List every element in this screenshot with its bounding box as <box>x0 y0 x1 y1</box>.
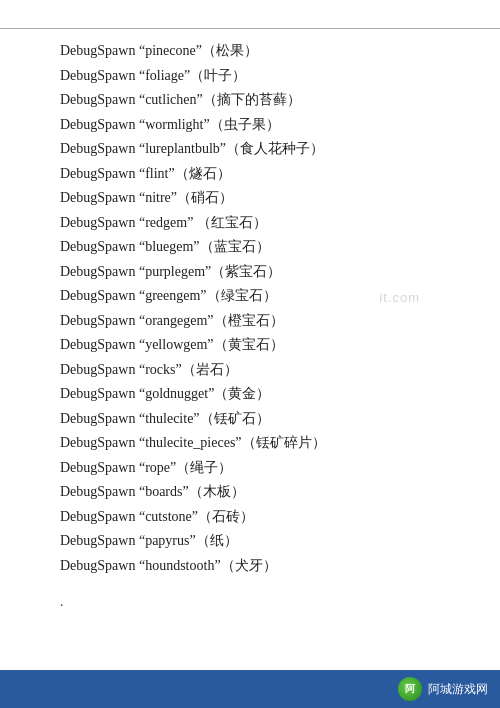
list-item: DebugSpawn “lureplantbulb”（食人花种子） <box>60 137 440 162</box>
list-item: DebugSpawn “bluegem”（蓝宝石） <box>60 235 440 260</box>
list-item: DebugSpawn “wormlight”（虫子果） <box>60 113 440 138</box>
list-item: DebugSpawn “foliage”（叶子） <box>60 64 440 89</box>
list-item: DebugSpawn “thulecite”（铥矿石） <box>60 407 440 432</box>
logo-icon: 阿 <box>398 677 422 701</box>
dot-line: . <box>0 594 500 610</box>
list-item: DebugSpawn “yellowgem”（黄宝石） <box>60 333 440 358</box>
bottom-bar: 阿 阿城游戏网 <box>0 670 500 708</box>
list-item: DebugSpawn “cutstone”（石砖） <box>60 505 440 530</box>
list-item: DebugSpawn “rocks”（岩石） <box>60 358 440 383</box>
list-item: DebugSpawn “nitre”（硝石） <box>60 186 440 211</box>
list-item: DebugSpawn “redgem” （红宝石） <box>60 211 440 236</box>
list-item: DebugSpawn “rope”（绳子） <box>60 456 440 481</box>
logo-text: 阿城游戏网 <box>428 681 488 698</box>
list-item: DebugSpawn “pinecone”（松果） <box>60 39 440 64</box>
list-item: DebugSpawn “orangegem”（橙宝石） <box>60 309 440 334</box>
list-item: DebugSpawn “greengem”（绿宝石） <box>60 284 440 309</box>
list-item: DebugSpawn “boards”（木板） <box>60 480 440 505</box>
list-item: DebugSpawn “goldnugget”（黄金） <box>60 382 440 407</box>
list-item: DebugSpawn “flint”（燧石） <box>60 162 440 187</box>
list-item: DebugSpawn “cutlichen”（摘下的苔藓） <box>60 88 440 113</box>
list-item: DebugSpawn “thulecite_pieces”（铥矿碎片） <box>60 431 440 456</box>
bottom-logo: 阿 阿城游戏网 <box>398 677 488 701</box>
list-item: DebugSpawn “papyrus”（纸） <box>60 529 440 554</box>
list-item: DebugSpawn “purplegem”（紫宝石） <box>60 260 440 285</box>
content-area: DebugSpawn “pinecone”（松果）DebugSpawn “fol… <box>0 29 500 588</box>
list-item: DebugSpawn “houndstooth”（犬牙） <box>60 554 440 579</box>
